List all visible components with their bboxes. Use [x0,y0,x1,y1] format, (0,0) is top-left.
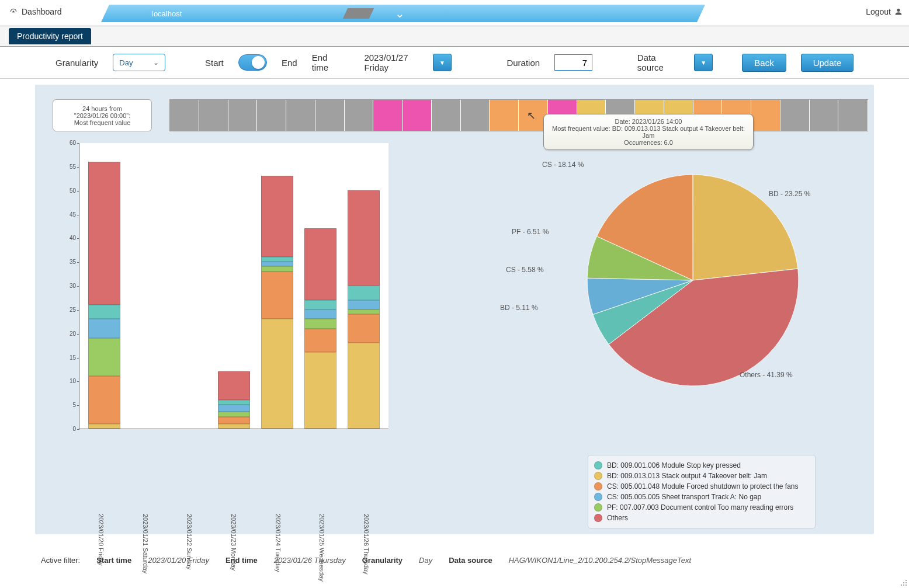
user-icon [894,7,903,16]
timeline-info-line3: Most frequent value [56,119,148,126]
bar-segment[interactable] [88,162,120,305]
tooltip-line3: Occurrences: 6.0 [550,139,747,146]
start-end-toggle[interactable] [238,54,267,71]
timeline-hour-cell[interactable] [780,100,810,131]
timeline-hour-cell[interactable] [810,100,839,131]
timeline-strip[interactable] [169,99,868,131]
timeline-hour-cell[interactable] [461,100,490,131]
bar-column[interactable] [218,371,250,429]
timeline-hour-cell[interactable] [315,100,345,131]
y-tick-label: 40 [63,235,76,241]
bar-segment[interactable] [218,405,250,412]
bar-segment[interactable] [261,319,293,429]
data-source-dropdown[interactable]: ▼ [694,54,713,71]
timeline-hour-cell[interactable] [345,100,374,131]
timeline-hour-cell[interactable] [838,100,868,131]
pie-label-others: Others - 41.39 % [740,371,793,379]
y-tick-label: 15 [63,354,76,361]
bar-segment[interactable] [261,272,293,319]
footer-data-source-value: HAG/WIKON1/Line_2/10.200.254.2/StopMessa… [509,556,691,565]
bar-segment[interactable] [348,300,380,309]
bar-segment[interactable] [348,343,380,429]
legend-item[interactable]: BD: 009.001.006 Module Stop key pressed [594,460,809,471]
end-time-value: 2023/01/27 Friday [357,53,433,72]
timeline-hour-cell[interactable] [403,100,432,131]
legend-swatch [594,493,602,501]
svg-point-5 [905,584,907,586]
bar-segment[interactable] [88,319,120,338]
bar-column[interactable] [348,190,380,429]
legend-item[interactable]: CS: 005.005.005 Sheet transport Track A:… [594,492,809,502]
stacked-bar-chart[interactable]: 051015202530354045505560 2023/01/20 Frid… [53,143,388,508]
footer-granularity-label: Granularity [362,556,403,565]
timeline-hour-cell[interactable] [751,100,780,131]
bar-segment[interactable] [88,376,120,424]
timeline-hour-cell[interactable] [286,100,315,131]
gauge-icon [9,7,18,16]
bar-segment[interactable] [304,329,336,353]
bar-segment[interactable] [304,319,336,328]
granularity-select[interactable]: Day ⌄ [113,54,165,71]
chevron-down-icon: ⌄ [153,58,159,67]
tooltip-line1: Date: 2023/01/26 14:00 [550,118,747,125]
bar-segment[interactable] [261,176,293,257]
chevron-down-icon[interactable]: ⌄ [395,6,405,20]
bar-segment[interactable] [88,338,120,376]
update-button[interactable]: Update [801,54,854,72]
end-time-dropdown[interactable]: ▼ [433,54,452,71]
top-banner: Dashboard localhost ⌄ hunkeler Logout [0,0,909,26]
legend-swatch [594,461,602,469]
bar-column[interactable] [88,162,120,429]
bar-segment[interactable] [348,190,380,286]
legend-text: CS: 005.001.048 Module Forced shutdown t… [607,482,799,490]
timeline-hour-cell[interactable] [490,100,519,131]
bar-segment[interactable] [218,424,250,429]
bar-segment[interactable] [348,286,380,300]
bar-segment[interactable] [304,300,336,309]
host-label: localhost [152,9,182,18]
pie-chart[interactable]: CS - 18.14 % BD - 23.25 % PF - 6.51 % CS… [518,161,856,447]
active-filter-label: Active filter: [41,556,80,565]
dashboard-link[interactable]: Dashboard [9,7,62,16]
y-tick-label: 0 [63,426,76,432]
footer-end-time-value: 2023/01/26 Thursday [274,556,346,565]
legend-item[interactable]: PF: 007.007.003 Document control Too man… [594,502,809,513]
bar-segment[interactable] [348,314,380,343]
timeline-hour-cell[interactable] [257,100,286,131]
bar-segment[interactable] [218,417,250,424]
timeline-hour-cell[interactable] [373,100,403,131]
timeline-tooltip: Date: 2023/01/26 14:00 Most frequent val… [543,114,754,150]
bar-segment[interactable] [218,400,250,405]
y-tick-label: 5 [63,402,76,408]
bar-segment[interactable] [261,262,293,266]
back-button[interactable]: Back [742,54,786,72]
legend-item[interactable]: Others [594,513,809,523]
y-tick-label: 30 [63,283,76,289]
svg-point-0 [905,580,907,581]
banner-slot[interactable] [343,8,374,19]
timeline-hour-cell[interactable] [199,100,228,131]
footer-data-source-label: Data source [449,556,492,565]
bar-segment[interactable] [218,371,250,400]
bar-segment[interactable] [348,309,380,314]
logout-link[interactable]: Logout [866,7,903,16]
legend-item[interactable]: CS: 005.001.048 Module Forced shutdown t… [594,481,809,492]
bar-segment[interactable] [261,257,293,262]
bar-segment[interactable] [304,309,336,319]
legend-item[interactable]: BD: 009.013.013 Stack output 4 Takeover … [594,471,809,481]
bar-segment[interactable] [304,228,336,300]
bar-segment[interactable] [88,424,120,429]
bar-segment[interactable] [218,412,250,416]
tab-productivity-report[interactable]: Productivity report [9,28,91,44]
bar-segment[interactable] [304,352,336,429]
bar-column[interactable] [304,228,336,429]
timeline-hour-cell[interactable] [228,100,258,131]
resize-grip-icon[interactable] [899,578,907,586]
timeline-hour-cell[interactable] [170,100,199,131]
timeline-hour-cell[interactable] [432,100,461,131]
bar-segment[interactable] [88,305,120,319]
duration-input[interactable] [554,54,592,71]
bar-segment[interactable] [261,266,293,271]
bar-column[interactable] [261,176,293,429]
y-tick-label: 60 [63,140,76,146]
